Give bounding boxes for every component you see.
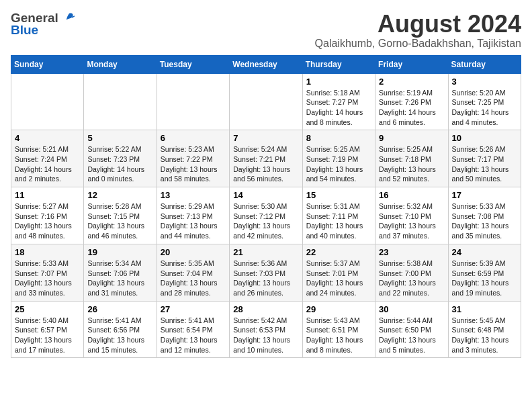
day-number: 30 bbox=[379, 304, 444, 314]
calendar-cell: 19Sunrise: 5:34 AM Sunset: 7:06 PM Dayli… bbox=[84, 244, 157, 301]
calendar-cell: 11Sunrise: 5:27 AM Sunset: 7:16 PM Dayli… bbox=[11, 187, 84, 244]
day-number: 19 bbox=[87, 247, 152, 257]
day-number: 1 bbox=[306, 77, 371, 87]
calendar-cell: 10Sunrise: 5:26 AM Sunset: 7:17 PM Dayli… bbox=[448, 130, 521, 187]
day-info: Sunrise: 5:27 AM Sunset: 7:16 PM Dayligh… bbox=[15, 201, 80, 241]
day-info: Sunrise: 5:38 AM Sunset: 7:00 PM Dayligh… bbox=[379, 259, 444, 298]
day-number: 24 bbox=[452, 247, 517, 257]
title-section: August 2024 Qalaikhumb, Gorno-Badakhshan… bbox=[315, 11, 521, 50]
calendar-cell: 28Sunrise: 5:42 AM Sunset: 6:53 PM Dayli… bbox=[230, 301, 302, 358]
day-number: 5 bbox=[87, 133, 152, 143]
day-number: 2 bbox=[379, 77, 444, 87]
calendar-cell: 24Sunrise: 5:39 AM Sunset: 6:59 PM Dayli… bbox=[448, 244, 521, 301]
day-info: Sunrise: 5:45 AM Sunset: 6:48 PM Dayligh… bbox=[452, 316, 517, 355]
page-subtitle: Qalaikhumb, Gorno-Badakhshan, Tajikistan bbox=[315, 38, 521, 50]
header-wednesday: Wednesday bbox=[230, 55, 302, 73]
day-info: Sunrise: 5:29 AM Sunset: 7:13 PM Dayligh… bbox=[161, 201, 226, 241]
calendar-cell: 8Sunrise: 5:25 AM Sunset: 7:19 PM Daylig… bbox=[302, 130, 375, 187]
calendar-cell: 3Sunrise: 5:20 AM Sunset: 7:25 PM Daylig… bbox=[448, 73, 521, 130]
day-info: Sunrise: 5:26 AM Sunset: 7:17 PM Dayligh… bbox=[452, 144, 517, 184]
day-number: 3 bbox=[452, 77, 517, 87]
header-tuesday: Tuesday bbox=[157, 55, 229, 73]
day-number: 25 bbox=[15, 304, 80, 314]
calendar-cell: 7Sunrise: 5:24 AM Sunset: 7:21 PM Daylig… bbox=[230, 130, 302, 187]
day-number: 22 bbox=[306, 247, 371, 257]
day-number: 12 bbox=[87, 190, 152, 200]
calendar-cell: 2Sunrise: 5:19 AM Sunset: 7:26 PM Daylig… bbox=[375, 73, 448, 130]
calendar-cell: 9Sunrise: 5:25 AM Sunset: 7:18 PM Daylig… bbox=[375, 130, 448, 187]
day-number: 31 bbox=[452, 304, 517, 314]
day-number: 7 bbox=[233, 133, 298, 143]
day-info: Sunrise: 5:41 AM Sunset: 6:56 PM Dayligh… bbox=[87, 316, 152, 355]
calendar-cell: 6Sunrise: 5:23 AM Sunset: 7:22 PM Daylig… bbox=[157, 130, 229, 187]
calendar-week-1: 1Sunrise: 5:18 AM Sunset: 7:27 PM Daylig… bbox=[11, 73, 521, 130]
header-sunday: Sunday bbox=[11, 55, 84, 73]
day-info: Sunrise: 5:23 AM Sunset: 7:22 PM Dayligh… bbox=[161, 144, 226, 184]
day-number: 11 bbox=[15, 190, 80, 200]
calendar-week-3: 11Sunrise: 5:27 AM Sunset: 7:16 PM Dayli… bbox=[11, 187, 521, 244]
day-number: 26 bbox=[87, 304, 152, 314]
calendar-cell: 26Sunrise: 5:41 AM Sunset: 6:56 PM Dayli… bbox=[84, 301, 157, 358]
header-friday: Friday bbox=[375, 55, 448, 73]
header-saturday: Saturday bbox=[448, 55, 521, 73]
day-number: 27 bbox=[161, 304, 226, 314]
day-number: 14 bbox=[233, 190, 298, 200]
day-number: 20 bbox=[161, 247, 226, 257]
day-info: Sunrise: 5:42 AM Sunset: 6:53 PM Dayligh… bbox=[233, 316, 298, 355]
calendar-cell: 16Sunrise: 5:32 AM Sunset: 7:10 PM Dayli… bbox=[375, 187, 448, 244]
day-number: 6 bbox=[161, 133, 226, 143]
calendar-cell: 15Sunrise: 5:31 AM Sunset: 7:11 PM Dayli… bbox=[302, 187, 375, 244]
calendar-cell: 4Sunrise: 5:21 AM Sunset: 7:24 PM Daylig… bbox=[11, 130, 84, 187]
calendar-cell: 30Sunrise: 5:44 AM Sunset: 6:50 PM Dayli… bbox=[375, 301, 448, 358]
day-info: Sunrise: 5:36 AM Sunset: 7:03 PM Dayligh… bbox=[233, 259, 298, 298]
day-info: Sunrise: 5:33 AM Sunset: 7:07 PM Dayligh… bbox=[15, 259, 80, 298]
day-info: Sunrise: 5:30 AM Sunset: 7:12 PM Dayligh… bbox=[233, 201, 298, 241]
day-info: Sunrise: 5:35 AM Sunset: 7:04 PM Dayligh… bbox=[161, 259, 226, 298]
calendar-week-4: 18Sunrise: 5:33 AM Sunset: 7:07 PM Dayli… bbox=[11, 244, 521, 301]
day-info: Sunrise: 5:44 AM Sunset: 6:50 PM Dayligh… bbox=[379, 316, 444, 355]
calendar-cell: 25Sunrise: 5:40 AM Sunset: 6:57 PM Dayli… bbox=[11, 301, 84, 358]
calendar-cell: 14Sunrise: 5:30 AM Sunset: 7:12 PM Dayli… bbox=[230, 187, 302, 244]
header-thursday: Thursday bbox=[302, 55, 375, 73]
header-monday: Monday bbox=[84, 55, 157, 73]
day-number: 4 bbox=[15, 133, 80, 143]
calendar-cell bbox=[84, 73, 157, 130]
day-info: Sunrise: 5:22 AM Sunset: 7:23 PM Dayligh… bbox=[87, 144, 152, 184]
calendar-table: SundayMondayTuesdayWednesdayThursdayFrid… bbox=[11, 55, 521, 359]
day-info: Sunrise: 5:24 AM Sunset: 7:21 PM Dayligh… bbox=[233, 144, 298, 184]
day-number: 28 bbox=[233, 304, 298, 314]
calendar-cell bbox=[11, 73, 84, 130]
day-number: 17 bbox=[452, 190, 517, 200]
calendar-cell: 29Sunrise: 5:43 AM Sunset: 6:51 PM Dayli… bbox=[302, 301, 375, 358]
day-info: Sunrise: 5:31 AM Sunset: 7:11 PM Dayligh… bbox=[306, 201, 371, 241]
day-info: Sunrise: 5:40 AM Sunset: 6:57 PM Dayligh… bbox=[15, 316, 80, 355]
calendar-week-2: 4Sunrise: 5:21 AM Sunset: 7:24 PM Daylig… bbox=[11, 130, 521, 187]
day-number: 10 bbox=[452, 133, 517, 143]
day-info: Sunrise: 5:21 AM Sunset: 7:24 PM Dayligh… bbox=[15, 144, 80, 184]
calendar-cell: 12Sunrise: 5:28 AM Sunset: 7:15 PM Dayli… bbox=[84, 187, 157, 244]
day-number: 18 bbox=[15, 247, 80, 257]
day-info: Sunrise: 5:19 AM Sunset: 7:26 PM Dayligh… bbox=[379, 88, 444, 128]
day-number: 23 bbox=[379, 247, 444, 257]
day-number: 9 bbox=[379, 133, 444, 143]
header: General Blue August 2024 Qalaikhumb, Gor… bbox=[11, 11, 521, 50]
calendar-cell bbox=[157, 73, 229, 130]
day-info: Sunrise: 5:25 AM Sunset: 7:19 PM Dayligh… bbox=[306, 144, 371, 184]
day-info: Sunrise: 5:34 AM Sunset: 7:06 PM Dayligh… bbox=[87, 259, 152, 298]
day-info: Sunrise: 5:20 AM Sunset: 7:25 PM Dayligh… bbox=[452, 88, 517, 128]
day-info: Sunrise: 5:43 AM Sunset: 6:51 PM Dayligh… bbox=[306, 316, 371, 355]
calendar-cell: 13Sunrise: 5:29 AM Sunset: 7:13 PM Dayli… bbox=[157, 187, 229, 244]
calendar-cell: 22Sunrise: 5:37 AM Sunset: 7:01 PM Dayli… bbox=[302, 244, 375, 301]
day-number: 29 bbox=[306, 304, 371, 314]
day-number: 8 bbox=[306, 133, 371, 143]
calendar-cell: 18Sunrise: 5:33 AM Sunset: 7:07 PM Dayli… bbox=[11, 244, 84, 301]
day-info: Sunrise: 5:32 AM Sunset: 7:10 PM Dayligh… bbox=[379, 201, 444, 241]
logo-bird-icon bbox=[60, 11, 75, 26]
calendar-header-row: SundayMondayTuesdayWednesdayThursdayFrid… bbox=[11, 55, 521, 73]
calendar-cell bbox=[230, 73, 302, 130]
calendar-cell: 17Sunrise: 5:33 AM Sunset: 7:08 PM Dayli… bbox=[448, 187, 521, 244]
calendar-cell: 21Sunrise: 5:36 AM Sunset: 7:03 PM Dayli… bbox=[230, 244, 302, 301]
day-info: Sunrise: 5:18 AM Sunset: 7:27 PM Dayligh… bbox=[306, 88, 371, 128]
calendar-cell: 5Sunrise: 5:22 AM Sunset: 7:23 PM Daylig… bbox=[84, 130, 157, 187]
calendar-cell: 27Sunrise: 5:41 AM Sunset: 6:54 PM Dayli… bbox=[157, 301, 229, 358]
